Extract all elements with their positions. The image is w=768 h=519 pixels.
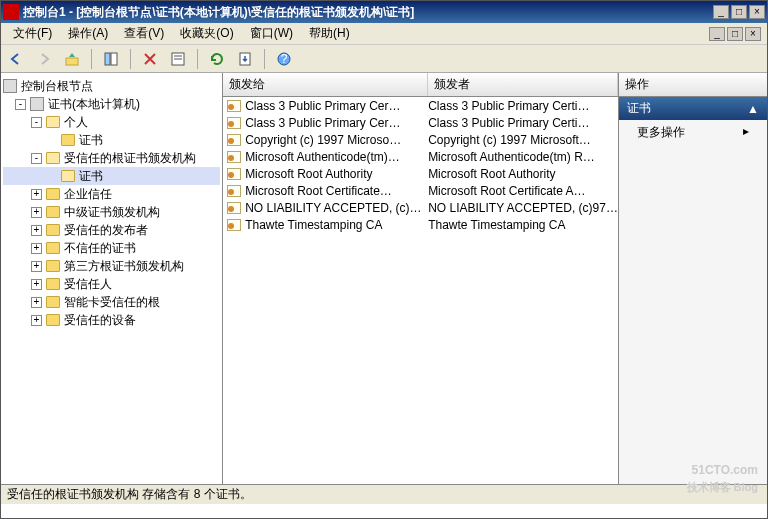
delete-button[interactable] — [139, 48, 161, 70]
export-list-button[interactable] — [234, 48, 256, 70]
expand-icon[interactable]: + — [31, 189, 42, 200]
tree-thirdparty[interactable]: +第三方根证书颁发机构 — [3, 257, 220, 275]
folder-icon — [61, 170, 75, 182]
minimize-button[interactable]: _ — [713, 5, 729, 19]
cell-issued-to: Microsoft Root Authority — [245, 167, 428, 181]
refresh-button[interactable] — [206, 48, 228, 70]
column-issued-by[interactable]: 颁发者 — [428, 73, 618, 96]
tree-label: 受信任人 — [64, 276, 112, 293]
expand-icon[interactable]: + — [31, 261, 42, 272]
expand-icon[interactable]: + — [31, 297, 42, 308]
back-button[interactable] — [5, 48, 27, 70]
app-icon — [3, 4, 19, 20]
collapse-icon[interactable]: - — [31, 153, 42, 164]
tree-label: 受信任的设备 — [64, 312, 136, 329]
cell-issued-by: Microsoft Root Authority — [428, 167, 618, 181]
list-row[interactable]: Thawte Timestamping CAThawte Timestampin… — [223, 216, 618, 233]
menu-help[interactable]: 帮助(H) — [301, 23, 358, 44]
cell-issued-to: Copyright (c) 1997 Microso… — [245, 133, 428, 147]
svg-rect-2 — [111, 53, 117, 65]
tree-untrusted[interactable]: +不信任的证书 — [3, 239, 220, 257]
actions-more-label: 更多操作 — [637, 124, 685, 141]
menu-action[interactable]: 操作(A) — [60, 23, 116, 44]
cell-issued-to: Microsoft Authenticode(tm)… — [245, 150, 428, 164]
list-row[interactable]: Class 3 Public Primary Cer…Class 3 Publi… — [223, 114, 618, 131]
tree-pane[interactable]: 控制台根节点 -证书(本地计算机) -个人 证书 -受信任的根证书颁发机构 证书… — [1, 73, 223, 484]
actions-selected[interactable]: 证书 ▲ — [619, 97, 767, 120]
tree-trusted-people[interactable]: +受信任人 — [3, 275, 220, 293]
list-row[interactable]: Class 3 Public Primary Cer…Class 3 Publi… — [223, 97, 618, 114]
chevron-right-icon: ▸ — [743, 124, 749, 141]
list-row[interactable]: Microsoft Root AuthorityMicrosoft Root A… — [223, 165, 618, 182]
tree-smartcard[interactable]: +智能卡受信任的根 — [3, 293, 220, 311]
tree-cert-local[interactable]: -证书(本地计算机) — [3, 95, 220, 113]
menu-favorites[interactable]: 收藏夹(O) — [172, 23, 241, 44]
tree-label: 控制台根节点 — [21, 78, 93, 95]
tree-label: 不信任的证书 — [64, 240, 136, 257]
list-row[interactable]: NO LIABILITY ACCEPTED, (c)…NO LIABILITY … — [223, 199, 618, 216]
certificate-icon — [227, 151, 241, 163]
tree-label: 受信任的发布者 — [64, 222, 148, 239]
svg-rect-1 — [105, 53, 110, 65]
cell-issued-by: Thawte Timestamping CA — [428, 218, 618, 232]
expand-icon[interactable]: + — [31, 279, 42, 290]
tree-label: 中级证书颁发机构 — [64, 204, 160, 221]
tree-label: 第三方根证书颁发机构 — [64, 258, 184, 275]
cell-issued-by: Class 3 Public Primary Certi… — [428, 116, 618, 130]
certificate-icon — [227, 134, 241, 146]
folder-icon — [46, 260, 60, 272]
menu-bar: 文件(F) 操作(A) 查看(V) 收藏夹(O) 窗口(W) 帮助(H) _ □… — [1, 23, 767, 45]
certificate-icon — [227, 185, 241, 197]
certificate-icon — [227, 219, 241, 231]
actions-more[interactable]: 更多操作 ▸ — [619, 120, 767, 145]
certificate-icon — [227, 168, 241, 180]
maximize-button[interactable]: □ — [731, 5, 747, 19]
chevron-up-icon: ▲ — [747, 102, 759, 116]
up-button[interactable] — [61, 48, 83, 70]
title-bar: 控制台1 - [控制台根节点\证书(本地计算机)\受信任的根证书颁发机构\证书]… — [1, 1, 767, 23]
tree-label: 受信任的根证书颁发机构 — [64, 150, 196, 167]
close-button[interactable]: × — [749, 5, 765, 19]
expand-icon[interactable]: + — [31, 243, 42, 254]
tree-trusted-pub[interactable]: +受信任的发布者 — [3, 221, 220, 239]
actions-header: 操作 — [619, 73, 767, 97]
cell-issued-to: Class 3 Public Primary Cer… — [245, 99, 428, 113]
status-bar: 受信任的根证书颁发机构 存储含有 8 个证书。 — [1, 484, 767, 504]
tree-intermediate[interactable]: +中级证书颁发机构 — [3, 203, 220, 221]
certificate-icon — [227, 100, 241, 112]
list-row[interactable]: Copyright (c) 1997 Microso…Copyright (c)… — [223, 131, 618, 148]
collapse-icon[interactable]: - — [15, 99, 26, 110]
tree-trusted-root-certs[interactable]: 证书 — [3, 167, 220, 185]
tree-label: 证书 — [79, 132, 103, 149]
menu-view[interactable]: 查看(V) — [116, 23, 172, 44]
help-button[interactable]: ? — [273, 48, 295, 70]
doc-close-button[interactable]: × — [745, 27, 761, 41]
tree-label: 个人 — [64, 114, 88, 131]
properties-button[interactable] — [167, 48, 189, 70]
doc-restore-button[interactable]: □ — [727, 27, 743, 41]
folder-icon — [46, 152, 60, 164]
column-issued-to[interactable]: 颁发给 — [223, 73, 428, 96]
forward-button[interactable] — [33, 48, 55, 70]
list-body[interactable]: Class 3 Public Primary Cer…Class 3 Publi… — [223, 97, 618, 484]
tree-trusted-dev[interactable]: +受信任的设备 — [3, 311, 220, 329]
tree-root[interactable]: 控制台根节点 — [3, 77, 220, 95]
actions-selected-label: 证书 — [627, 100, 651, 117]
expand-icon[interactable]: + — [31, 225, 42, 236]
tree-personal-certs[interactable]: 证书 — [3, 131, 220, 149]
collapse-icon[interactable]: - — [31, 117, 42, 128]
window-title: 控制台1 - [控制台根节点\证书(本地计算机)\受信任的根证书颁发机构\证书] — [23, 4, 713, 21]
expand-icon[interactable]: + — [31, 207, 42, 218]
certificate-icon — [227, 202, 241, 214]
menu-file[interactable]: 文件(F) — [5, 23, 60, 44]
tree-trusted-root[interactable]: -受信任的根证书颁发机构 — [3, 149, 220, 167]
tree-personal[interactable]: -个人 — [3, 113, 220, 131]
cell-issued-to: Thawte Timestamping CA — [245, 218, 428, 232]
doc-minimize-button[interactable]: _ — [709, 27, 725, 41]
tree-enterprise[interactable]: +企业信任 — [3, 185, 220, 203]
expand-icon[interactable]: + — [31, 315, 42, 326]
menu-window[interactable]: 窗口(W) — [242, 23, 301, 44]
show-hide-tree-button[interactable] — [100, 48, 122, 70]
list-row[interactable]: Microsoft Authenticode(tm)…Microsoft Aut… — [223, 148, 618, 165]
list-row[interactable]: Microsoft Root Certificate…Microsoft Roo… — [223, 182, 618, 199]
